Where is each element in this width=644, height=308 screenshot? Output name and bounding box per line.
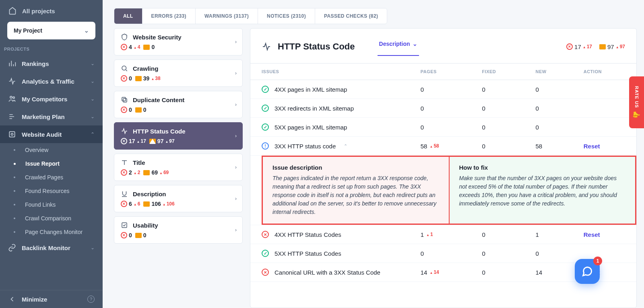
issue-name: 3XX HTTP status code: [275, 143, 336, 150]
table-row[interactable]: 3XX redirects in XML sitemap 0 0 0: [250, 99, 636, 118]
nav-analytics[interactable]: Analytics & Traffic ⌄: [0, 72, 103, 90]
cell-fixed: 0: [474, 80, 527, 99]
col-pages[interactable]: PAGES: [413, 64, 474, 80]
category-card[interactable]: Crawling 0 39 38 ›: [114, 60, 243, 87]
category-title: HTTP Status Code: [133, 128, 186, 135]
reset-link[interactable]: Reset: [584, 231, 600, 238]
cell-pages: 14 14: [413, 263, 474, 282]
table-row[interactable]: 5XX pages in XML sitemap 0 0 0: [250, 118, 636, 137]
warning-icon: [143, 45, 150, 50]
subnav-issue-report[interactable]: Issue Report: [7, 157, 103, 170]
subnav-crawled-pages[interactable]: Crawled Pages: [7, 170, 103, 184]
chat-icon: [582, 266, 593, 277]
issue-name: 4XX HTTP Status Codes: [275, 231, 341, 238]
category-card[interactable]: Title 2 2 69 69 ›: [114, 154, 243, 181]
warning-icon: [143, 170, 150, 175]
cell-new: 58: [527, 137, 575, 156]
issue-name: Canonical URL with a 3XX Status Code: [275, 269, 380, 276]
shield-icon: [121, 33, 128, 41]
category-card[interactable]: Usability 0 0 ›: [114, 216, 243, 244]
tab-errors[interactable]: ERRORS (233): [142, 8, 196, 24]
tab-notices[interactable]: NOTICES (2310): [258, 8, 315, 24]
detail-title: HTTP Status Code: [278, 41, 355, 52]
cell-fixed: 0: [474, 244, 527, 263]
subnav: Overview Issue Report Crawled Pages Foun…: [0, 143, 103, 239]
error-icon: [121, 44, 127, 50]
chevron-up-icon: ⌃: [344, 144, 347, 149]
minimize-button[interactable]: Minimize ?: [0, 290, 103, 308]
all-projects-link[interactable]: All projects: [0, 0, 103, 22]
nav-label: Backlink Monitor: [22, 244, 85, 251]
subnav-page-changes[interactable]: Page Changes Monitor: [7, 225, 103, 239]
type-icon: [121, 159, 128, 166]
col-issues[interactable]: ISSUES: [250, 64, 413, 80]
cell-fixed: 0: [474, 99, 527, 118]
warning-icon: [149, 139, 156, 144]
col-fixed[interactable]: FIXED: [474, 64, 527, 80]
issue-name: 5XX HTTP Status Codes: [275, 250, 341, 257]
nav-marketing-plan[interactable]: Marketing Plan ⌄: [0, 108, 103, 125]
cell-pages: 0: [413, 244, 474, 263]
error-icon: [121, 201, 127, 207]
nav-backlink-monitor[interactable]: Backlink Monitor ⌄: [0, 239, 103, 257]
underline-icon: [121, 190, 128, 197]
search-icon: [121, 65, 128, 72]
cell-pages: 0: [413, 118, 474, 137]
cell-new: 0: [527, 244, 575, 263]
warning-icon: [143, 201, 150, 207]
category-stats: 0 0: [121, 107, 236, 113]
chat-button[interactable]: 1: [575, 259, 600, 284]
table-row[interactable]: 4XX pages in XML sitemap 0 0 0: [250, 80, 636, 99]
category-stats: 4 4 0: [121, 44, 236, 50]
cell-pages: 1 1: [413, 225, 474, 244]
category-stats: 0 39 38: [121, 75, 236, 82]
nav-competitors[interactable]: My Competitors ⌄: [0, 90, 103, 108]
cell-pages: 0: [413, 80, 474, 99]
chevron-down-icon: ⌄: [91, 114, 95, 119]
category-card[interactable]: Website Security 4 4 0 ›: [114, 28, 243, 55]
category-card[interactable]: Description 6 6 106 106 ›: [114, 185, 243, 212]
error-icon: [121, 232, 127, 238]
subnav-overview[interactable]: Overview: [7, 143, 103, 157]
table-row[interactable]: 4XX HTTP Status Codes 1 1 0 1 Reset: [250, 225, 636, 244]
cell-new: 0: [527, 118, 575, 137]
svg-rect-2: [9, 131, 14, 137]
subnav-crawl-comparison[interactable]: Crawl Comparison: [7, 211, 103, 225]
nav-website-audit[interactable]: Website Audit ⌃: [0, 125, 103, 143]
status-icon: [262, 231, 269, 238]
cell-new: 1: [527, 225, 575, 244]
table-row[interactable]: 3XX HTTP status code⌃ 58 58 0 58 Reset: [250, 137, 636, 156]
subnav-found-resources[interactable]: Found Resources: [7, 184, 103, 198]
category-card[interactable]: HTTP Status Code 17 17 97 97 ›: [114, 122, 243, 150]
help-icon[interactable]: ?: [87, 296, 95, 303]
warning-icon: [135, 76, 142, 81]
filter-tabs: ALL ERRORS (233) WARNINGS (3137) NOTICES…: [114, 8, 387, 24]
nav-rankings[interactable]: Rankings ⌄: [0, 55, 103, 72]
reset-link[interactable]: Reset: [584, 143, 600, 150]
col-new[interactable]: NEW: [527, 64, 575, 80]
pulse-icon: [8, 77, 16, 85]
status-icon: [262, 123, 269, 131]
chevron-down-icon: ⌄: [84, 27, 89, 34]
error-icon: [121, 107, 127, 113]
project-selector[interactable]: My Project ⌄: [7, 22, 95, 39]
rate-us-button[interactable]: RATE US: [629, 76, 644, 128]
check-icon: [121, 222, 128, 229]
subnav-found-links[interactable]: Found Links: [7, 198, 103, 211]
col-action[interactable]: ACTION: [576, 64, 636, 80]
tab-passed[interactable]: PASSED CHECKS (82): [315, 8, 387, 24]
warning-icon: [135, 233, 142, 238]
detail-tab-description[interactable]: Description ⌄: [378, 37, 419, 56]
project-name: My Project: [14, 27, 42, 34]
chevron-right-icon: ›: [235, 227, 237, 233]
category-title: Duplicate Content: [133, 97, 184, 103]
chevron-down-icon: ⌄: [91, 245, 95, 251]
error-icon: [121, 75, 127, 82]
tab-all[interactable]: ALL: [114, 8, 142, 24]
warning-icon: [599, 44, 606, 49]
category-stats: 6 6 106 106: [121, 201, 236, 207]
nav-label: Rankings: [22, 60, 85, 67]
category-title: Website Security: [133, 34, 182, 41]
category-card[interactable]: Duplicate Content 0 0 ›: [114, 91, 243, 118]
tab-warnings[interactable]: WARNINGS (3137): [196, 8, 258, 24]
